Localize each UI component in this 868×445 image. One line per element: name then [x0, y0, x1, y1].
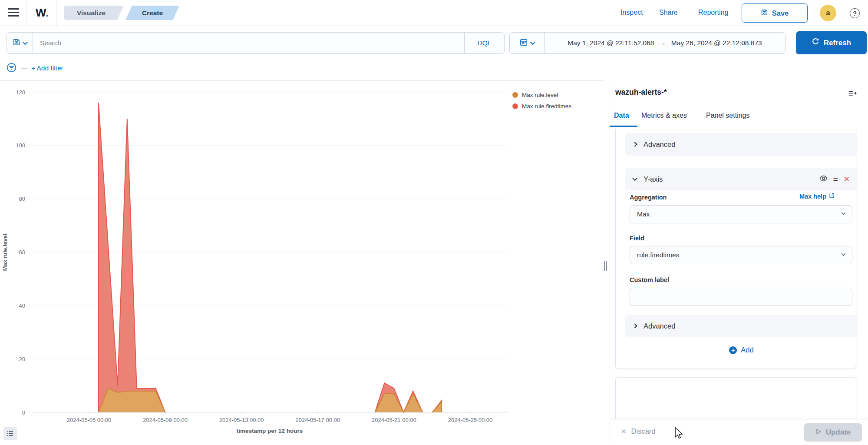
discard-button[interactable]: ✕ Discard: [621, 427, 656, 435]
max-help-link[interactable]: Max help: [799, 193, 835, 200]
date-quick-select-button[interactable]: [510, 33, 545, 53]
chevron-down-icon: [842, 211, 846, 215]
legend-dot-icon: [512, 103, 518, 109]
topbar-separator: [843, 4, 843, 22]
filter-menu-icon[interactable]: [7, 63, 17, 74]
svg-text:2024-05-17 00:00: 2024-05-17 00:00: [295, 417, 340, 423]
remove-metric-icon[interactable]: ✕: [844, 176, 850, 183]
svg-text:60: 60: [19, 249, 25, 256]
legend-toggle-button[interactable]: [3, 427, 17, 440]
legend-label: Max rule.level: [522, 92, 558, 98]
date-picker-bar: May 1, 2024 @ 22:11:52.068 → May 26, 202…: [509, 32, 785, 54]
avatar[interactable]: a: [820, 5, 836, 21]
external-link-icon: [829, 193, 835, 200]
date-range-start[interactable]: May 1, 2024 @ 22:11:52.068: [568, 39, 654, 47]
index-pattern-title: wazuh-alerts-*: [615, 88, 667, 97]
topbar-separator: [815, 4, 815, 22]
close-icon: ✕: [621, 428, 627, 435]
chevron-down-icon: [530, 40, 535, 45]
calendar-icon: [520, 38, 528, 48]
svg-text:2024-05-25 00:00: 2024-05-25 00:00: [448, 417, 493, 423]
advanced-accordion-yaxis[interactable]: Advanced: [625, 315, 858, 337]
panel-resize-handle[interactable]: [604, 261, 608, 271]
wazuh-logo[interactable]: W.: [36, 6, 49, 20]
save-query-icon: [13, 38, 20, 48]
svg-text:120: 120: [16, 89, 25, 96]
svg-text:0: 0: [22, 409, 25, 416]
query-language-button[interactable]: DQL: [464, 33, 504, 53]
help-icon[interactable]: ?: [850, 8, 860, 18]
custom-label-input[interactable]: [630, 288, 852, 306]
chevron-right-icon: [632, 142, 637, 146]
area-chart: 2024-05-05 00:002024-05-09 00:002024-05-…: [0, 80, 601, 445]
save-button[interactable]: Save: [742, 3, 808, 23]
field-label: Field: [630, 235, 644, 242]
chevron-down-icon: [632, 176, 637, 181]
active-tab-underline: [610, 126, 637, 127]
date-range-display[interactable]: May 1, 2024 @ 22:11:52.068 → May 26, 202…: [545, 33, 785, 53]
date-range-arrow-icon: →: [659, 39, 666, 47]
aggregation-label: Aggregation: [630, 194, 667, 201]
svg-text:2024-05-13 00:00: 2024-05-13 00:00: [219, 417, 264, 423]
editor-scroll-area: Advanced Y-axis = ✕ Aggregation Max help: [610, 129, 868, 419]
logo-dot: .: [46, 6, 49, 19]
search-input[interactable]: [33, 33, 464, 53]
y-axis-section-header[interactable]: Y-axis = ✕: [625, 168, 858, 190]
chevron-down-icon: [23, 40, 27, 45]
svg-text:timestamp per 12 hours: timestamp per 12 hours: [237, 428, 303, 434]
collapse-panel-icon[interactable]: [848, 89, 857, 100]
legend-item-rule-firedtimes[interactable]: Max rule.firedtimes: [512, 103, 571, 110]
svg-text:80: 80: [19, 196, 25, 202]
svg-text:40: 40: [19, 302, 25, 309]
inspect-link[interactable]: Inspect: [620, 9, 643, 17]
tab-panel-settings[interactable]: Panel settings: [706, 112, 750, 120]
topbar-separator: [26, 0, 27, 26]
buckets-card: Buckets X-axis ✕: [615, 377, 856, 419]
metrics-card: Advanced Y-axis = ✕ Aggregation Max help: [615, 129, 856, 369]
legend-dot-icon: [512, 92, 518, 98]
legend-item-rule-level[interactable]: Max rule.level: [512, 92, 571, 98]
svg-text:100: 100: [16, 142, 25, 149]
play-icon: [815, 428, 822, 437]
breadcrumb-create[interactable]: Create: [125, 6, 179, 20]
svg-text:2024-05-05 00:00: 2024-05-05 00:00: [67, 417, 112, 423]
update-button[interactable]: Update: [804, 423, 862, 442]
reporting-link[interactable]: Reporting: [698, 9, 728, 17]
editor-footer: ✕ Discard Update: [610, 419, 868, 445]
refresh-button[interactable]: Refresh: [796, 31, 867, 54]
visualize-editor-app: W. Visualize Create Inspect Share Report…: [0, 0, 868, 445]
legend-label: Max rule.firedtimes: [522, 103, 571, 110]
chevron-right-icon: [632, 323, 637, 328]
eye-icon[interactable]: [819, 174, 828, 184]
advanced-accordion-upper[interactable]: Advanced: [625, 133, 858, 156]
share-link[interactable]: Share: [659, 9, 678, 17]
add-metric-button[interactable]: + Add: [621, 346, 862, 354]
plus-circle-icon: +: [729, 346, 737, 354]
custom-label-label: Custom label: [630, 276, 669, 283]
breadcrumb-visualize[interactable]: Visualize: [64, 6, 124, 20]
tab-metrics-axes[interactable]: Metrics & axes: [641, 112, 687, 120]
svg-text:2024-05-09 00:00: 2024-05-09 00:00: [143, 417, 188, 423]
drag-handle-icon[interactable]: =: [833, 175, 838, 183]
date-range-end[interactable]: May 26, 2024 @ 22:12:08.873: [671, 39, 762, 47]
tab-data[interactable]: Data: [614, 112, 629, 120]
chevron-down-icon: [842, 252, 846, 256]
add-filter-button[interactable]: + Add filter: [31, 64, 63, 72]
query-bar: DQL: [7, 32, 505, 54]
svg-text:2024-05-21 00:00: 2024-05-21 00:00: [372, 417, 416, 423]
field-select[interactable]: rule.firedtimes: [630, 246, 852, 264]
topbar-separator: [56, 0, 57, 26]
svg-text:20: 20: [19, 356, 25, 362]
svg-text:Max rule.level: Max rule.level: [2, 234, 8, 271]
filter-divider: [21, 68, 27, 69]
aggregation-select[interactable]: Max: [630, 205, 852, 223]
top-navigation-bar: W. Visualize Create Inspect Share Report…: [0, 0, 868, 26]
chart-legend: Max rule.level Max rule.firedtimes: [512, 92, 571, 114]
refresh-icon: [812, 38, 819, 48]
menu-hamburger-icon[interactable]: [8, 8, 19, 18]
save-icon: [761, 9, 768, 18]
saved-query-menu-button[interactable]: [7, 33, 33, 53]
